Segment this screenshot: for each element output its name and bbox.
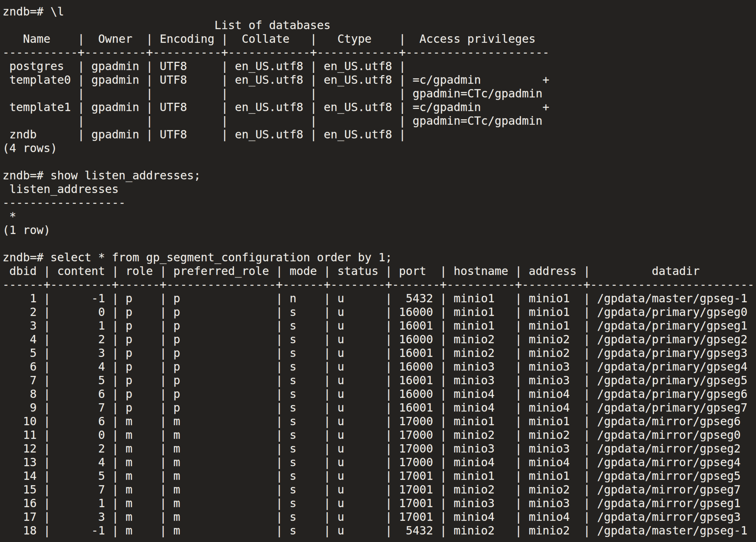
terminal-output: zndb=# \l List of databases Name | Owner… <box>0 0 756 537</box>
terminal-screen[interactable]: zndb=# \l List of databases Name | Owner… <box>0 0 756 542</box>
